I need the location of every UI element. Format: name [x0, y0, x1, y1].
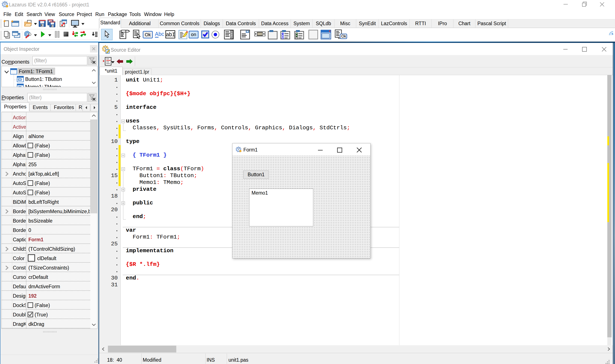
- svg-text:Ok: Ok: [341, 34, 346, 39]
